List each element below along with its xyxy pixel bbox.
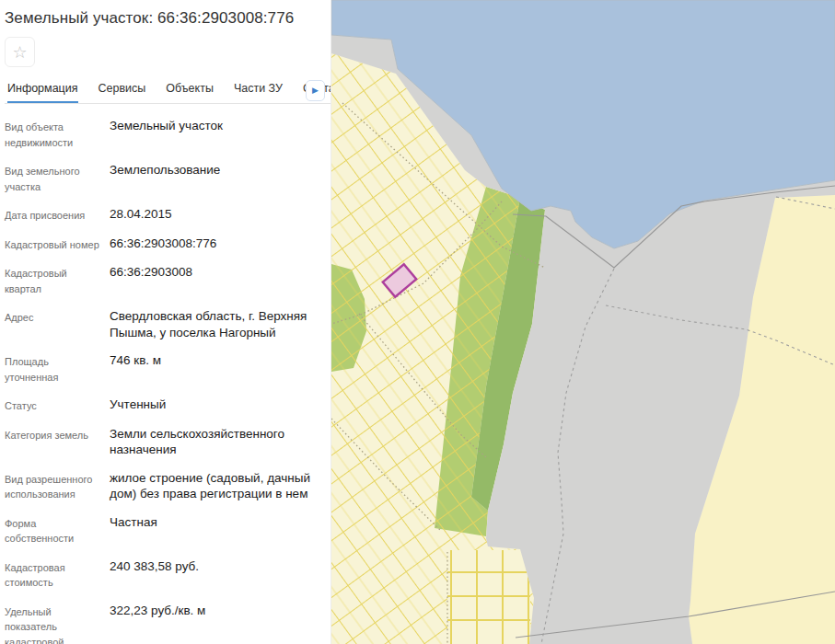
field-assign-date: Дата присвоения 28.04.2015 <box>5 206 327 224</box>
field-value: Земли сельскохозяйственного назначения <box>110 426 321 458</box>
field-cadastral-value: Кадастровая стоимость 240 383,58 руб. <box>5 558 327 591</box>
field-value: 28.04.2015 <box>110 206 321 224</box>
field-specific-value: Удельный показатель кадастровой стоимост… <box>5 603 327 644</box>
field-label: Категория земель <box>5 426 104 458</box>
field-value: 66:36:2903008 <box>110 264 321 296</box>
attributes-list: Вид объекта недвижимости Земельный участ… <box>5 118 331 644</box>
field-cadastral-quarter: Кадастровый квартал 66:36:2903008 <box>5 264 327 296</box>
field-land-category: Категория земель Земли сельскохозяйствен… <box>5 426 327 458</box>
field-object-kind: Вид объекта недвижимости Земельный участ… <box>5 118 327 150</box>
tabs-scroll-right-button[interactable]: ▶ <box>306 80 325 101</box>
field-label: Кадастровый квартал <box>5 264 104 296</box>
field-value: жилое строение (садовый, дачный дом) без… <box>110 470 321 502</box>
favorite-button[interactable]: ☆ <box>5 37 35 67</box>
field-label: Вид разрешенного использования <box>5 470 104 502</box>
field-value: 746 кв. м <box>110 352 321 385</box>
field-value: Свердловская область, г. Верхняя Пышма, … <box>110 308 321 340</box>
field-label: Вид земельного участка <box>5 162 104 194</box>
field-ownership-form: Форма собственности Частная <box>5 514 327 546</box>
tab-parcel-parts[interactable]: Части ЗУ <box>234 79 283 103</box>
field-address: Адрес Свердловская область, г. Верхняя П… <box>5 308 327 340</box>
field-status: Статус Учтенный <box>5 397 327 414</box>
page-title: Земельный участок: 66:36:2903008:776 <box>5 9 331 28</box>
field-value: Земельный участок <box>110 118 321 150</box>
tab-objects[interactable]: Объекты <box>166 79 214 103</box>
field-value: 322,23 руб./кв. м <box>110 603 321 644</box>
field-label: Вид объекта недвижимости <box>5 118 104 150</box>
field-label: Кадастровый номер <box>5 236 104 253</box>
star-icon: ☆ <box>12 43 27 62</box>
field-area: Площадь уточненная 746 кв. м <box>5 352 327 385</box>
field-value: Учтенный <box>110 397 321 414</box>
tab-services[interactable]: Сервисы <box>99 79 146 103</box>
field-label: Кадастровая стоимость <box>5 558 104 591</box>
field-label: Удельный показатель кадастровой стоимост… <box>5 603 104 644</box>
field-label: Статус <box>5 397 104 414</box>
tab-information[interactable]: Информация <box>7 79 78 103</box>
map-parcel-grid-vertical <box>447 550 530 644</box>
field-parcel-kind: Вид земельного участка Землепользование <box>5 162 327 194</box>
field-value: 66:36:2903008:776 <box>110 236 321 253</box>
info-panel: Земельный участок: 66:36:2903008:776 ☆ И… <box>0 0 331 644</box>
chevron-right-icon: ▶ <box>312 86 319 95</box>
field-cadastral-number: Кадастровый номер 66:36:2903008:776 <box>5 236 327 253</box>
field-value: Частная <box>110 514 321 546</box>
field-label: Дата присвоения <box>5 206 104 224</box>
field-permitted-use: Вид разрешенного использования жилое стр… <box>5 470 327 502</box>
field-label: Адрес <box>5 308 104 340</box>
cadastral-map[interactable] <box>331 0 835 644</box>
field-value: Землепользование <box>110 162 321 194</box>
tab-bar: Информация Сервисы Объекты Части ЗУ Сост… <box>5 79 331 104</box>
field-label: Форма собственности <box>5 514 104 546</box>
field-label: Площадь уточненная <box>5 352 104 385</box>
field-value: 240 383,58 руб. <box>110 558 321 591</box>
